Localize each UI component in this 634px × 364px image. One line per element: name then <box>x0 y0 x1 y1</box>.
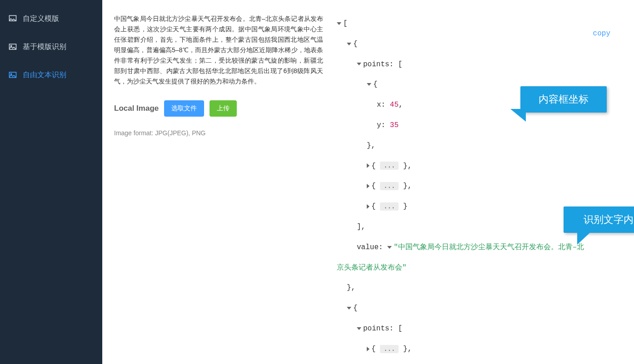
caret-down-icon <box>337 22 341 25</box>
callout-tail-icon <box>577 231 592 245</box>
caret-down-icon <box>387 246 392 249</box>
upload-row: Local Image 选取文件 上传 <box>114 100 323 117</box>
sidebar-item-free-text-recognition[interactable]: 自由文本识别 <box>0 61 102 89</box>
ellipsis-icon: ... <box>380 345 399 353</box>
template-icon <box>8 14 17 23</box>
caret-right-icon <box>367 184 369 188</box>
caret-down-icon <box>357 63 361 65</box>
sidebar: 自定义模版 基于模版识别 自由文本识别 <box>0 0 102 364</box>
sidebar-item-custom-template[interactable]: 自定义模版 <box>0 5 102 33</box>
tree-row[interactable]: { ... }, <box>337 176 634 197</box>
image-icon <box>8 42 17 51</box>
tree-row[interactable]: { ... }, <box>337 156 634 177</box>
left-column: 中国气象局今日就北方沙尘暴天气召开发布会。北青–北京头条记者从发布会上获悉，这次… <box>114 14 323 364</box>
sample-paragraph: 中国气象局今日就北方沙尘暴天气召开发布会。北青–北京头条记者从发布会上获悉，这次… <box>114 14 323 87</box>
json-key: points <box>363 325 389 333</box>
sidebar-item-label: 自定义模版 <box>23 14 59 24</box>
local-image-label: Local Image <box>114 104 159 113</box>
callout-coordinates: 内容框坐标 <box>520 86 607 113</box>
sidebar-item-template-recognition[interactable]: 基于模版识别 <box>0 33 102 61</box>
tree-row: }, <box>337 278 634 298</box>
tree-row: value: "中国气象局今日就北方沙尘暴天天气召开发布会。北青–北京头条记者从… <box>337 237 591 278</box>
caret-down-icon <box>347 43 351 45</box>
main-area: 中国气象局今日就北方沙尘暴天气召开发布会。北青–北京头条记者从发布会上获悉，这次… <box>102 0 634 364</box>
json-key: points <box>363 60 389 69</box>
json-key: y: <box>377 121 385 129</box>
json-key: x: <box>377 101 385 109</box>
tree-row[interactable]: points: [ <box>337 319 634 339</box>
callout-tail-icon <box>510 109 526 122</box>
json-number: 35 <box>390 121 399 129</box>
sidebar-item-label: 自由文本识别 <box>23 70 66 80</box>
caret-down-icon <box>357 327 361 330</box>
ellipsis-icon: ... <box>380 202 399 211</box>
json-number: 45 <box>390 101 399 109</box>
caret-right-icon <box>367 347 369 351</box>
sidebar-item-label: 基于模版识别 <box>23 42 66 52</box>
caret-down-icon <box>347 307 351 310</box>
tree-row[interactable]: points: [ <box>337 54 634 75</box>
select-file-button[interactable]: 选取文件 <box>164 100 204 117</box>
callout-label: 内容框坐标 <box>539 93 589 105</box>
copy-button[interactable]: copy <box>593 24 610 44</box>
tree-row[interactable]: { <box>337 34 634 54</box>
tree-row: }, <box>337 136 634 156</box>
callout-text-content: 识别文字内容 <box>564 207 634 233</box>
caret-right-icon <box>367 163 369 168</box>
callout-label: 识别文字内容 <box>584 214 634 225</box>
format-hint: Image format: JPG(JPEG), PNG <box>114 129 323 137</box>
caret-down-icon <box>367 83 371 86</box>
json-key: value: <box>357 243 383 251</box>
tree-row[interactable]: { <box>337 298 634 319</box>
ellipsis-icon: ... <box>380 182 399 190</box>
tree-row: y: 35 <box>337 115 634 136</box>
image-icon <box>8 70 17 79</box>
caret-right-icon <box>367 204 369 209</box>
upload-button[interactable]: 上传 <box>210 100 237 117</box>
ellipsis-icon: ... <box>380 162 399 170</box>
json-viewer: copy [ { points: [ { x: 45, y: 35 }, { .… <box>323 14 634 364</box>
tree-row[interactable]: { ... }, <box>337 339 634 359</box>
tree-row[interactable]: [ <box>337 14 634 34</box>
